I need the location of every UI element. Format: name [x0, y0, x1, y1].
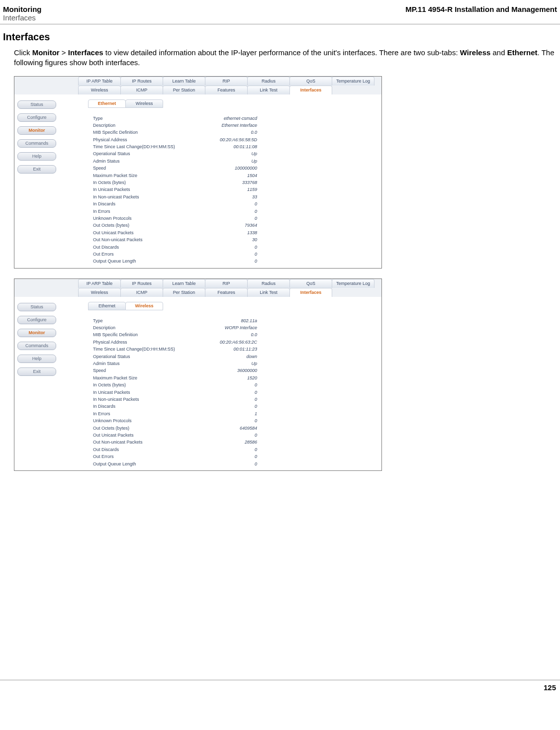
data-value: ethernet-csmacd [224, 115, 257, 122]
data-value: 802.11a [241, 317, 257, 324]
nav-monitor-button[interactable]: Monitor [17, 126, 56, 135]
data-row: In Octets (bytes)0 [93, 381, 257, 388]
tab-qos[interactable]: QoS [289, 77, 332, 86]
nav-help-button[interactable]: Help [17, 152, 56, 161]
data-label: Out Non-unicast Packets [93, 236, 143, 243]
tab-per-station[interactable]: Per Station [163, 86, 205, 94]
data-value: 28586 [245, 439, 257, 446]
nav-help-button[interactable]: Help [17, 355, 56, 363]
data-value: down [246, 353, 257, 360]
sidebar: StatusConfigureMonitorCommandsHelpExit [17, 100, 56, 174]
tab-wireless[interactable]: Wireless [78, 288, 121, 297]
nav-status-button[interactable]: Status [17, 100, 56, 109]
header-subsection: Interfaces [3, 13, 41, 22]
data-label: Description [93, 324, 115, 331]
nav-configure-button[interactable]: Configure [17, 113, 56, 122]
tab-rip[interactable]: RIP [205, 77, 248, 86]
tab-link-test[interactable]: Link Test [247, 86, 290, 94]
header-section: Monitoring [3, 5, 41, 13]
data-value: 1159 [247, 186, 257, 193]
tab-ip-arp-table[interactable]: IP ARP Table [78, 77, 121, 86]
data-label: Output Queue Length [93, 258, 136, 265]
tab-rip[interactable]: RIP [205, 279, 248, 288]
nav-configure-button[interactable]: Configure [17, 316, 56, 324]
tab-interfaces[interactable]: Interfaces [289, 86, 332, 94]
data-label: Out Octets (bytes) [93, 222, 129, 229]
data-value: Up [251, 360, 257, 367]
tab-learn-table[interactable]: Learn Table [163, 77, 205, 86]
tab-learn-table[interactable]: Learn Table [163, 279, 205, 288]
subtab-wireless[interactable]: Wireless [125, 99, 163, 108]
subtab-ethernet[interactable]: Ethernet [88, 302, 126, 310]
data-row: Unknown Protocols0 [93, 417, 257, 424]
data-label: MIB Specific Definition [93, 129, 138, 136]
data-row: Operational Statusdown [93, 353, 257, 360]
data-value: 0 [255, 460, 257, 467]
data-label: Output Queue Length [93, 460, 136, 467]
tab-ip-arp-table[interactable]: IP ARP Table [78, 279, 121, 288]
data-label: Out Unicast Packets [93, 229, 134, 236]
tab-ip-routes[interactable]: IP Routes [120, 77, 163, 86]
data-label: In Non-unicast Packets [93, 396, 139, 403]
tab-icmp[interactable]: ICMP [120, 288, 163, 297]
tab-per-station[interactable]: Per Station [163, 288, 205, 297]
data-label: Operational Status [93, 353, 130, 360]
data-row: Out Unicast Packets0 [93, 432, 257, 439]
data-label: Description [93, 122, 115, 129]
data-row: In Discards0 [93, 403, 257, 410]
data-row: Speed36000000 [93, 367, 257, 374]
tab-wireless[interactable]: Wireless [78, 86, 121, 94]
nav-commands-button[interactable]: Commands [17, 139, 56, 148]
data-label: Speed [93, 165, 106, 172]
data-value: Up [251, 150, 257, 157]
tab-link-test[interactable]: Link Test [247, 288, 290, 297]
top-tab-row-1: IP ARP TableIP RoutesLearn TableRIPRadiu… [14, 77, 381, 86]
data-value: 0 [255, 432, 257, 439]
data-value: 0 [255, 258, 257, 265]
section-title: Interfaces [3, 31, 557, 43]
data-row: Out Errors0 [93, 453, 257, 460]
tab-temperature-log[interactable]: Temperature Log [332, 77, 374, 86]
data-row: Output Queue Length0 [93, 258, 257, 265]
figure-ethernet: IP ARP TableIP RoutesLearn TableRIPRadiu… [14, 76, 557, 269]
tab-temperature-log[interactable]: Temperature Log [332, 279, 374, 288]
nav-commands-button[interactable]: Commands [17, 342, 56, 350]
data-label: Physical Address [93, 136, 127, 143]
data-value: 0 [255, 244, 257, 251]
data-row: Time Since Last Change(DD:HH:MM:SS)00:01… [93, 143, 257, 150]
data-value: 79364 [245, 222, 257, 229]
data-value: 0.0 [251, 129, 257, 136]
data-row: Maximum Packet Size1520 [93, 374, 257, 381]
data-label: Time Since Last Change(DD:HH:MM:SS) [93, 346, 175, 353]
data-row: DescriptionEthernet Interface [93, 122, 257, 129]
data-value: 0 [255, 417, 257, 424]
data-label: Time Since Last Change(DD:HH:MM:SS) [93, 143, 175, 150]
tab-radius[interactable]: Radius [247, 279, 290, 288]
nav-exit-button[interactable]: Exit [17, 367, 56, 376]
subtab-ethernet[interactable]: Ethernet [88, 99, 126, 108]
data-value: 100000000 [235, 165, 257, 172]
header-left: Monitoring Interfaces [3, 5, 41, 22]
tab-icmp[interactable]: ICMP [120, 86, 163, 94]
data-label: Operational Status [93, 150, 130, 157]
data-row: Maximum Packet Size1504 [93, 172, 257, 179]
tab-interfaces[interactable]: Interfaces [289, 288, 332, 297]
tab-features[interactable]: Features [205, 288, 248, 297]
nav-status-button[interactable]: Status [17, 303, 56, 311]
tab-qos[interactable]: QoS [289, 279, 332, 288]
tab-ip-routes[interactable]: IP Routes [120, 279, 163, 288]
data-label: In Errors [93, 208, 110, 215]
tab-features[interactable]: Features [205, 86, 248, 94]
nav-monitor-button[interactable]: Monitor [17, 329, 56, 337]
data-row: Physical Address00:20:A6:56:58:5D [93, 136, 257, 143]
subtab-wireless[interactable]: Wireless [125, 302, 163, 310]
data-value: 6409584 [240, 425, 257, 432]
data-label: Speed [93, 367, 106, 374]
data-label: Out Errors [93, 251, 114, 258]
data-row: Physical Address00:20:A6:56:63:2C [93, 339, 257, 346]
nav-exit-button[interactable]: Exit [17, 165, 56, 174]
data-value: 00:01:11:08 [233, 143, 257, 150]
data-value: Ethernet Interface [221, 122, 257, 129]
tab-radius[interactable]: Radius [247, 77, 290, 86]
data-label: Out Octets (bytes) [93, 425, 129, 432]
